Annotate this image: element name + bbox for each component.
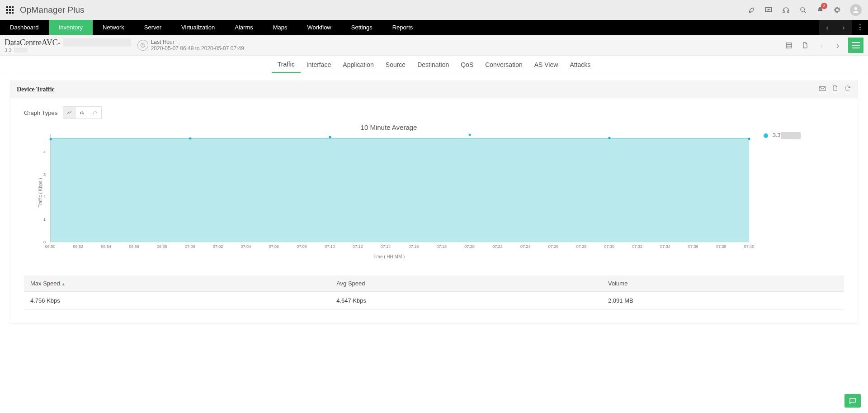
col-max-speed[interactable]: Max Speed▲	[24, 275, 330, 292]
y-tick: 0	[43, 240, 46, 244]
data-point	[609, 137, 611, 139]
nav-item-alarms[interactable]: Alarms	[225, 20, 263, 35]
tab-application[interactable]: Application	[337, 56, 380, 73]
chart-title: 10 Minute Average	[24, 123, 754, 131]
svg-point-4	[854, 7, 857, 10]
tab-destination[interactable]: Destination	[411, 56, 455, 73]
legend-series-name: 3.3	[773, 132, 781, 138]
x-tick: 06:58	[157, 244, 167, 249]
clock-icon	[137, 40, 148, 51]
x-tick: 07:16	[409, 244, 419, 249]
x-tick: 07:24	[520, 244, 531, 249]
svg-rect-2	[788, 10, 789, 12]
gear-icon[interactable]	[833, 5, 842, 14]
x-tick: 07:20	[464, 244, 475, 249]
svg-rect-9	[82, 111, 83, 114]
tab-interface[interactable]: Interface	[301, 56, 337, 73]
rocket-icon[interactable]	[747, 5, 756, 14]
x-tick: 07:08	[297, 244, 307, 249]
x-tick: 07:38	[716, 244, 726, 249]
x-tick: 07:32	[632, 244, 642, 249]
brand-title: OpManager Plus	[20, 5, 85, 15]
graph-type-controls: Graph Types	[24, 106, 844, 119]
time-range-selector[interactable]: Last Hour 2020-05-07 06:49 to 2020-05-07…	[137, 39, 244, 52]
legend-color-dot	[764, 133, 768, 138]
refresh-icon[interactable]	[844, 85, 851, 94]
data-point	[469, 133, 471, 136]
screen-play-icon[interactable]	[764, 5, 773, 14]
nav-item-server[interactable]: Server	[134, 20, 171, 35]
chart-container: 10 Minute Average Traffic ( Kbps ) 01234…	[24, 122, 844, 267]
nav-item-network[interactable]: Network	[93, 20, 134, 35]
device-ip: 3.3	[5, 47, 11, 53]
next-page-arrow[interactable]: ›	[832, 39, 844, 51]
graph-type-bar-button[interactable]	[76, 107, 89, 119]
data-point	[329, 136, 331, 138]
nav-next-arrow[interactable]: ›	[835, 20, 852, 35]
col-volume[interactable]: Volume	[602, 275, 844, 292]
tab-as-view[interactable]: AS View	[528, 56, 564, 73]
svg-rect-10	[84, 113, 85, 114]
device-ip-redacted	[14, 48, 28, 52]
nav-prev-arrow[interactable]: ‹	[819, 20, 835, 35]
bell-icon[interactable]: 3	[816, 5, 825, 14]
tab-qos[interactable]: QoS	[455, 56, 479, 73]
x-tick: 07:06	[269, 244, 279, 249]
user-avatar-icon[interactable]	[850, 4, 862, 16]
svg-rect-8	[80, 112, 81, 114]
x-tick: 07:36	[688, 244, 698, 249]
panel-body: Graph Types 10 Minute Average Traffic ( …	[10, 98, 858, 324]
svg-point-3	[800, 7, 804, 11]
top-bar: OpManager Plus 3	[0, 0, 868, 20]
graph-type-scatter-button[interactable]	[89, 107, 101, 119]
x-tick: 07:40	[744, 244, 755, 249]
apps-grid-icon[interactable]	[6, 6, 14, 14]
report-view-icon[interactable]	[783, 39, 795, 51]
x-tick: 07:28	[576, 244, 587, 249]
svg-point-12	[94, 111, 95, 112]
nav-item-dashboard[interactable]: Dashboard	[0, 20, 49, 35]
x-tick: 07:10	[325, 244, 335, 249]
side-menu-button[interactable]	[848, 38, 863, 53]
tab-traffic[interactable]: Traffic	[272, 56, 301, 73]
cell-avg: 4.647 Kbps	[330, 292, 602, 310]
tab-source[interactable]: Source	[380, 56, 411, 73]
data-point	[748, 138, 750, 140]
headset-icon[interactable]	[781, 5, 790, 14]
chart-legend: 3.3	[754, 122, 844, 267]
nav-item-inventory[interactable]: Inventory	[49, 20, 93, 35]
col-avg-speed[interactable]: Avg Speed	[330, 275, 602, 292]
tab-attacks[interactable]: Attacks	[564, 56, 596, 73]
search-icon[interactable]	[798, 5, 807, 14]
nav-item-virtualization[interactable]: Virtualization	[171, 20, 225, 35]
cell-vol: 2.091 MB	[602, 292, 844, 310]
nav-item-workflow[interactable]: Workflow	[297, 20, 341, 35]
y-tick: 3	[43, 172, 46, 177]
chart-plot[interactable]: Traffic ( Kbps ) 01234 06:5006:5206:5406…	[40, 134, 749, 252]
x-tick: 07:12	[353, 244, 363, 249]
email-icon[interactable]	[818, 85, 826, 94]
x-tick: 06:54	[101, 244, 111, 249]
x-tick: 07:26	[548, 244, 559, 249]
data-point	[50, 138, 52, 141]
panel-pdf-icon[interactable]	[832, 85, 839, 94]
nav-kebab-icon[interactable]: ⋮	[852, 20, 868, 35]
tab-conversation[interactable]: Conversation	[479, 56, 528, 73]
sub-tabs: TrafficInterfaceApplicationSourceDestina…	[0, 56, 868, 73]
y-tick: 2	[43, 195, 46, 199]
nav-item-reports[interactable]: Reports	[382, 20, 423, 35]
svg-point-13	[96, 112, 97, 113]
device-traffic-panel: Device Traffic Graph Types	[10, 81, 858, 324]
x-tick: 07:02	[213, 244, 223, 249]
pdf-export-icon[interactable]	[799, 39, 811, 51]
svg-point-11	[93, 113, 94, 114]
nav-item-maps[interactable]: Maps	[263, 20, 297, 35]
x-axis-label: Time ( HH:MM )	[24, 254, 754, 259]
graph-type-area-button[interactable]	[63, 107, 76, 119]
table-row: 4.756 Kbps4.647 Kbps2.091 MB	[24, 292, 844, 310]
data-point	[189, 137, 192, 139]
legend-item[interactable]: 3.3	[764, 132, 844, 139]
nav-item-settings[interactable]: Settings	[341, 20, 382, 35]
x-tick: 07:18	[436, 244, 447, 249]
prev-page-arrow[interactable]: ‹	[816, 39, 827, 51]
